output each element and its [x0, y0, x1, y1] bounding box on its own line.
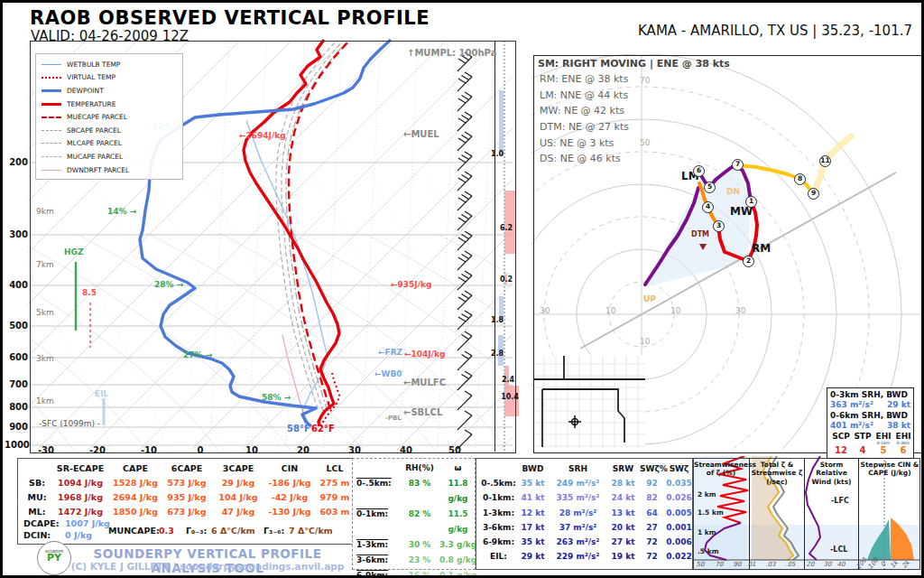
dcape-value: 1007 J/kg	[65, 518, 110, 528]
srh-0-3-header: 0-3km SRH, BWD	[830, 390, 910, 399]
storm-motion-header: SM: RIGHT MOVING | ENE @ 38 kts	[538, 58, 730, 70]
table-cell	[18, 461, 51, 476]
height-label: 5km	[36, 308, 54, 317]
pressure-label: 900	[5, 422, 28, 432]
panel4-title: Stepwise CIN & CAPE (J/kg)	[860, 461, 919, 478]
table-cell: 27	[640, 520, 664, 535]
shear-table-box: BWDSRHSRWSWζ%SWζ0-.5km:35 kt249 m²/s²28 …	[476, 458, 693, 570]
table-cell: 1094 J/kg	[51, 476, 110, 490]
mucape-line-sample-icon	[42, 156, 61, 157]
storm-mover-ds: DS: NE @ 46 kts	[540, 153, 621, 164]
height-label: 9km	[36, 207, 54, 216]
table-cell: 6CAPE	[161, 461, 213, 476]
table-cell: 2694 J/kg	[110, 490, 161, 505]
legend-item: DEWPOINT	[42, 84, 179, 98]
dcin-label: DCIN:	[23, 530, 51, 540]
rh-14-annotation: 14% →	[107, 207, 136, 216]
up-label: UP	[643, 294, 656, 303]
table-cell: 35 kt	[516, 476, 550, 490]
side-value: 1.8	[486, 316, 508, 324]
table-cell: 935 J/kg	[161, 490, 213, 505]
legend-item: MUCAPE PARCEL	[42, 150, 179, 163]
pressure-label: 300	[5, 229, 28, 239]
gamma-0-3-value: 6 Δ°C/km	[211, 526, 255, 536]
table-cell: 13 kt	[606, 506, 640, 520]
rh-58-annotation: 58% →	[262, 393, 291, 402]
panel3-title: Storm Relative Wind (kts)	[806, 461, 857, 486]
ring-label: 70	[640, 76, 650, 85]
dewpoint-line-sample-icon	[42, 89, 61, 92]
panel-divider	[749, 458, 750, 570]
table-cell: 0.022	[664, 549, 694, 564]
height-marker: 3	[713, 220, 725, 232]
table-cell: 0.005	[664, 506, 694, 520]
table-cell: 0-1km:	[476, 490, 516, 505]
table-cell: 17 kt	[516, 520, 550, 535]
table-cell: 16 %	[402, 568, 438, 578]
ehi1-value: 5	[873, 445, 893, 455]
srh-summary-box: 0-3km SRH, BWD 363 m²/s²29 kt 0-6km SRH,…	[827, 387, 914, 459]
table-cell: 1528 J/kg	[110, 476, 161, 490]
srh-0-3-value: 363 m²/s²	[830, 400, 873, 409]
temperature-line-sample-icon	[42, 103, 61, 106]
sounderpy-logo: SOUNDER PY	[37, 541, 71, 575]
table-cell: 573 J/kg	[161, 476, 213, 490]
table-cell: 0.1 g/kg	[438, 568, 478, 578]
table-cell: 23 %	[402, 553, 438, 568]
table-cell: 0-.5km:	[476, 476, 516, 490]
table-cell: 12 kt	[516, 506, 550, 520]
height-label: 1km	[36, 396, 54, 406]
ring-label: 50	[640, 138, 650, 147]
panel-divider	[804, 458, 805, 570]
table-cell: 335 m²/s²	[550, 490, 606, 505]
mumpl-annotation: ↑MUMPL: 100hPa	[407, 48, 496, 58]
dcape-label: DCAPE:	[23, 518, 59, 528]
ring-label: 10	[605, 306, 615, 315]
table-cell: 19 kt	[606, 549, 640, 564]
bwd-0-6-value: 38 kt	[887, 421, 910, 430]
gamma-3-6-label: Γ₃₋₆:	[263, 526, 284, 536]
dtm-label: DTM	[691, 230, 709, 238]
table-cell: 1968 J/kg	[51, 490, 110, 505]
panel-tick: 40	[832, 561, 850, 568]
rm-label: RM	[752, 242, 771, 255]
height-marker: 4	[702, 201, 714, 213]
storm-mover-us: US: NE @ 3 kts	[540, 137, 614, 149]
table-cell: 0.035	[664, 476, 694, 490]
height-label: 3km	[36, 354, 54, 363]
temp-axis-tick: 10	[236, 445, 267, 455]
panel-tick: .05	[781, 561, 799, 568]
hgz-annotation: HGZ	[64, 247, 83, 256]
table-cell: -42 J/kg	[263, 490, 316, 505]
dn-label: DN	[726, 187, 740, 196]
height-label: 7km	[36, 260, 54, 269]
rh-table-box: RH(%)ω0-.5km:83 %11.8 g/kg0-1km:82 %11.5…	[352, 458, 476, 570]
dcin-value: 0 J/kg	[65, 530, 92, 540]
muel-annotation: ←MUEL	[403, 129, 439, 139]
table-cell: BWD	[516, 461, 550, 476]
sblcl-annotation: ←SBLCL	[403, 407, 442, 417]
legend-item: TEMPERATURE	[42, 98, 179, 111]
pressure-label: 400	[5, 280, 28, 290]
table-cell: 47 J/kg	[213, 505, 263, 519]
surface-dewpoint-label: 58°F	[287, 424, 310, 434]
temp-axis-tick: 0	[185, 445, 216, 455]
table-cell: CIN	[263, 461, 316, 476]
table-cell: SRW	[606, 461, 640, 476]
table-cell: 3-6km:	[476, 520, 516, 535]
table-cell: 6-9km:	[356, 568, 402, 578]
composite-values-row: 12 4 5 6	[830, 445, 910, 455]
panel-divider	[858, 458, 859, 570]
table-cell: 29 J/kg	[213, 476, 263, 490]
pbl-annotation: -PBL	[385, 415, 402, 422]
table-cell: 603 m	[316, 505, 354, 519]
temp-axis-tick: -20	[82, 445, 113, 455]
thermo-table-box: SR-ECAPECAPE6CAPE3CAPECINLCLSB:1094 J/kg…	[17, 458, 356, 545]
pressure-label: 600	[5, 352, 28, 362]
rh-27-annotation: 27% →	[183, 350, 212, 359]
muncape-value: 0.3	[159, 526, 174, 536]
lfc-level-label: -LFC	[831, 497, 849, 505]
wetbulb-line-sample-icon	[42, 64, 61, 65]
table-cell: 0.026	[664, 490, 694, 505]
table-cell: 0.8 g/kg	[438, 553, 478, 568]
